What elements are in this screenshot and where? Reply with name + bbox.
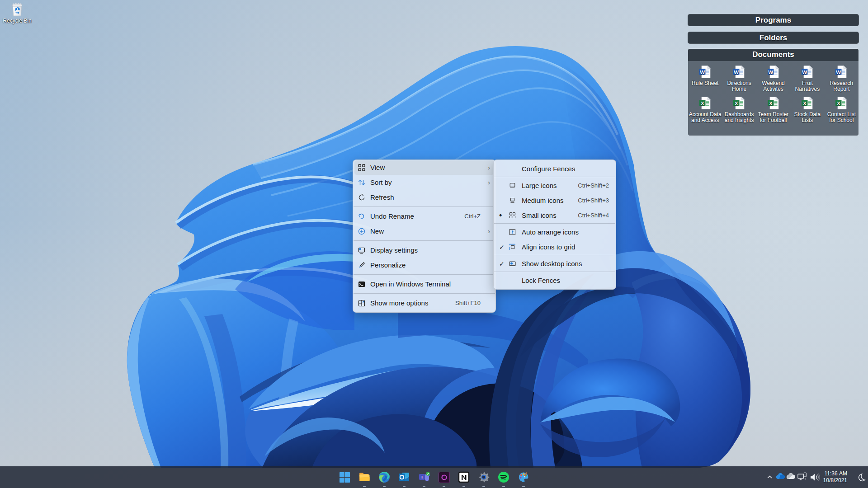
svg-text:T: T bbox=[420, 475, 423, 479]
svg-text:X: X bbox=[837, 101, 840, 106]
svg-text:W: W bbox=[836, 70, 841, 75]
svg-text:X: X bbox=[701, 101, 704, 106]
svg-text:W: W bbox=[700, 70, 705, 75]
svg-text:W: W bbox=[768, 70, 773, 75]
svg-text:W: W bbox=[734, 70, 739, 75]
svg-text:W: W bbox=[802, 70, 807, 75]
svg-text:X: X bbox=[769, 101, 772, 106]
svg-text:X: X bbox=[735, 101, 738, 106]
svg-text:X: X bbox=[803, 101, 807, 106]
